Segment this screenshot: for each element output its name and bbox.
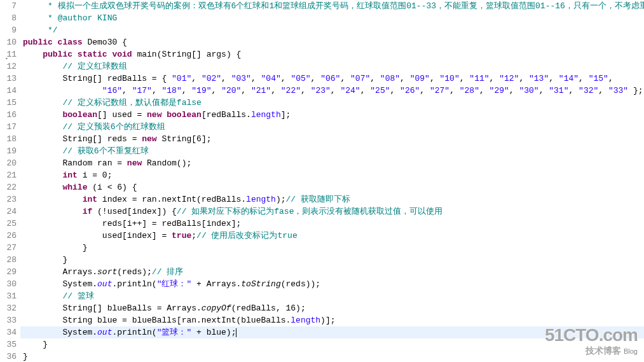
code-line[interactable]: String blue = blueBalls[ran.nextInt(blue… xyxy=(20,314,644,326)
line-number: 36 xyxy=(0,351,17,362)
code-line[interactable]: if (!used[index]) {// 如果对应下标的标记为fase，则表示… xyxy=(20,205,644,218)
code-line[interactable]: while (i < 6) { xyxy=(20,181,644,193)
code-area[interactable]: * 模拟一个生成双色球开奖号码的案例：双色球有6个红球和1和篮球组成开奖号码，红… xyxy=(20,0,644,362)
line-number: 21 xyxy=(0,169,17,181)
code-line[interactable]: * 模拟一个生成双色球开奖号码的案例：双色球有6个红球和1和篮球组成开奖号码，红… xyxy=(20,0,644,12)
code-line[interactable]: System.out.println("篮球：" + blue); xyxy=(20,326,644,338)
code-line[interactable]: Arrays.sort(reds);// 排序 xyxy=(20,266,644,278)
code-line[interactable]: used[index] = true;// 使用后改变标记为true xyxy=(20,230,644,242)
code-line[interactable]: boolean[] used = new boolean[redBalls.le… xyxy=(20,109,644,121)
line-number: 23 xyxy=(0,193,17,205)
line-number: 24 xyxy=(0,205,17,218)
code-line[interactable]: } xyxy=(20,351,644,362)
code-line[interactable]: public static void main(String[] args) { xyxy=(20,48,644,60)
code-line[interactable]: int index = ran.nextInt(redBalls.length)… xyxy=(20,193,644,205)
line-number: 20 xyxy=(0,157,17,169)
line-number: 22 xyxy=(0,181,17,193)
code-line[interactable]: // 定义预装6个的红球数组 xyxy=(20,121,644,133)
line-number: 26 xyxy=(0,230,17,242)
line-number: 29 xyxy=(0,266,17,278)
code-line[interactable]: } xyxy=(20,242,644,254)
line-number: 14 xyxy=(0,85,17,97)
code-line[interactable]: public class Demo30 { xyxy=(20,36,644,48)
code-line[interactable]: */ xyxy=(20,24,644,36)
line-number: 11▸ xyxy=(0,48,17,60)
code-line[interactable]: Random ran = new Random(); xyxy=(20,157,644,169)
code-line[interactable]: // 定义红球数组 xyxy=(20,60,644,73)
line-number: 34 xyxy=(0,326,17,338)
line-number: 30 xyxy=(0,278,17,290)
code-line[interactable]: } xyxy=(20,254,644,266)
line-number: 18 xyxy=(0,133,17,145)
line-number: 7 xyxy=(0,0,17,12)
line-number: 13 xyxy=(0,73,17,85)
line-number: 28 xyxy=(0,254,17,266)
line-number: 31 xyxy=(0,290,17,302)
line-number: 16 xyxy=(0,109,17,121)
line-number: 15 xyxy=(0,97,17,109)
line-number: 35 xyxy=(0,338,17,351)
code-line[interactable]: String[] redBalls = { "01", "02", "03", … xyxy=(20,73,644,85)
code-line[interactable]: String[] blueBalls = Arrays.copyOf(redBa… xyxy=(20,302,644,314)
line-number: 9 xyxy=(0,24,17,36)
line-number: 25 xyxy=(0,218,17,230)
code-line[interactable]: String[] reds = new String[6]; xyxy=(20,133,644,145)
code-line[interactable]: "16", "17", "18", "19", "20", "21", "22"… xyxy=(20,85,644,97)
code-line[interactable]: // 获取6个不重复红球 xyxy=(20,145,644,157)
line-number: 17 xyxy=(0,121,17,133)
line-number: 8 xyxy=(0,12,17,24)
code-line[interactable]: System.out.println("红球：" + Arrays.toStri… xyxy=(20,278,644,290)
line-number: 27 xyxy=(0,242,17,254)
line-number: 32 xyxy=(0,302,17,314)
line-number: 19 xyxy=(0,145,17,157)
code-line[interactable]: // 定义标记数组，默认值都是false xyxy=(20,97,644,109)
line-number: 10 xyxy=(0,36,17,48)
code-editor[interactable]: 7891011▸12131415161718192021222324252627… xyxy=(0,0,644,362)
code-line[interactable]: int i = 0; xyxy=(20,169,644,181)
code-line[interactable]: // 篮球 xyxy=(20,290,644,302)
line-number: 33 xyxy=(0,314,17,326)
code-line[interactable]: reds[i++] = redBalls[index]; xyxy=(20,218,644,230)
line-gutter: 7891011▸12131415161718192021222324252627… xyxy=(0,0,20,362)
text-cursor xyxy=(236,328,236,337)
code-line[interactable]: * @author KING xyxy=(20,12,644,24)
code-line[interactable]: } xyxy=(20,338,644,351)
